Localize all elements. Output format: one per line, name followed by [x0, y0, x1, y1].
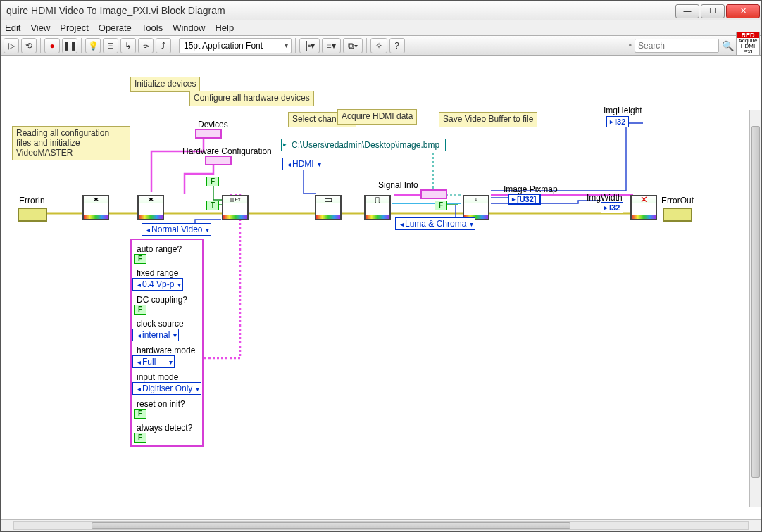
- subvi-close[interactable]: ✕: [630, 195, 657, 220]
- cluster-bool[interactable]: F: [134, 254, 146, 264]
- label-img-height: ImgHeight: [604, 106, 642, 115]
- context-help-button[interactable]: ?: [389, 38, 405, 53]
- step-into-button[interactable]: ↳: [120, 38, 136, 53]
- scrollbar-thumb-icon[interactable]: [92, 522, 570, 529]
- cleanup-button[interactable]: ✧: [370, 38, 387, 53]
- menu-window[interactable]: Window: [173, 23, 205, 33]
- menu-operate[interactable]: Operate: [99, 23, 132, 33]
- cluster-bool[interactable]: F: [134, 433, 146, 443]
- font-selector[interactable]: 15pt Application Font: [179, 38, 292, 53]
- subvi-select-channels[interactable]: ▭: [315, 195, 342, 220]
- ring-hdmi[interactable]: HDMI: [282, 158, 323, 170]
- cluster-ring[interactable]: 0.4 Vp-p: [132, 278, 183, 291]
- distribute-button[interactable]: ≡▾: [322, 38, 341, 53]
- titlebar: quire HDMI Video To Image_PXI.vi Block D…: [1, 1, 761, 20]
- cluster-ring[interactable]: Digitiser Only: [132, 382, 201, 395]
- menu-view[interactable]: View: [30, 23, 50, 33]
- label-hw-config: Hardware Configuration: [182, 147, 272, 156]
- control-devices[interactable]: [195, 129, 222, 139]
- search-glyph-icon: •: [628, 40, 632, 51]
- step-over-button[interactable]: ⤼: [138, 38, 154, 53]
- indicator-img-width[interactable]: I32: [601, 202, 623, 213]
- run-button[interactable]: ▷: [4, 38, 19, 53]
- control-hw-config[interactable]: [205, 156, 232, 165]
- abort-button[interactable]: ●: [44, 38, 60, 53]
- sep-icon: [366, 38, 367, 53]
- maximize-button[interactable]: ☐: [701, 4, 725, 18]
- block-diagram[interactable]: Reading all configuration files and init…: [1, 56, 761, 519]
- step-out-button[interactable]: ⤴: [156, 38, 171, 53]
- comment-save-buf: Save Video Buffer to file: [439, 112, 537, 127]
- label-error-out: ErrorOut: [661, 196, 694, 205]
- scrollbar-thumb-icon[interactable]: [751, 126, 760, 478]
- window-buttons: — ☐ ✕: [675, 3, 761, 18]
- minimize-button[interactable]: —: [675, 4, 699, 18]
- vertical-scrollbar[interactable]: [749, 110, 761, 507]
- menu-edit[interactable]: Edit: [5, 23, 20, 33]
- const-bool-t1[interactable]: T: [206, 201, 219, 210]
- search-icon[interactable]: 🔍: [722, 40, 734, 51]
- cluster-bool[interactable]: F: [134, 409, 146, 419]
- toolbar: ▷ ⟲ ● ❚❚ 💡 ⊟ ↳ ⤼ ⤴ 15pt Application Font…: [1, 36, 761, 56]
- subvi-init-devices[interactable]: ✶: [137, 195, 164, 220]
- menubar: Edit View Project Operate Tools Window H…: [1, 20, 761, 36]
- comment-config-hw: Configure all hardware devices: [189, 91, 314, 106]
- close-button[interactable]: ✕: [726, 4, 760, 18]
- label-image-pixmap: Image Pixmap: [504, 185, 558, 194]
- vi-icon-bot: HDMI PXI: [737, 44, 759, 55]
- sep-icon: [295, 38, 296, 53]
- indicator-signal-info[interactable]: [420, 189, 447, 199]
- search-input[interactable]: [635, 39, 719, 53]
- horizontal-scrollbar[interactable]: [1, 519, 761, 531]
- run-cont-button[interactable]: ⟲: [21, 38, 37, 53]
- terminal-error-in[interactable]: [18, 208, 47, 222]
- align-button[interactable]: ╠▾: [299, 38, 320, 53]
- comment-read-config: Reading all configuration files and init…: [12, 126, 130, 160]
- sep-icon: [81, 38, 82, 53]
- subvi-acquire-hdmi[interactable]: ⎍: [364, 195, 391, 220]
- cluster-hw-options[interactable]: auto range?Ffixed range0.4 Vp-pDC coupli…: [130, 239, 204, 447]
- label-devices: Devices: [198, 120, 228, 129]
- cluster-ring[interactable]: internal: [132, 329, 179, 341]
- sep-icon: [175, 38, 175, 53]
- cluster-bool[interactable]: F: [134, 305, 146, 315]
- vi-icon[interactable]: RED Acquire HDMI PXI: [736, 32, 760, 56]
- menu-project[interactable]: Project: [60, 23, 88, 33]
- reorder-button[interactable]: ⧉▾: [343, 38, 363, 53]
- pause-button[interactable]: ❚❚: [62, 38, 77, 53]
- ring-normal-video[interactable]: Normal Video: [142, 223, 211, 236]
- subvi-save-buffer[interactable]: ⤓: [463, 195, 489, 220]
- comment-acq-hdmi: Acquire HDMI data: [337, 109, 417, 125]
- comment-init-dev: Initialize devices: [130, 77, 200, 92]
- cluster-ring[interactable]: Full: [132, 355, 175, 368]
- label-signal-info: Signal Info: [378, 181, 418, 189]
- wires-layer: [1, 56, 761, 519]
- terminal-error-out[interactable]: [663, 208, 692, 222]
- subvi-configure-hw[interactable]: ▥Ex: [222, 195, 249, 220]
- menu-help[interactable]: Help: [215, 23, 234, 33]
- label-img-width: ImgWidth: [587, 194, 623, 202]
- font-label: 15pt Application Font: [184, 41, 263, 51]
- label-error-in: ErrorIn: [19, 196, 45, 205]
- retain-wire-button[interactable]: ⊟: [103, 38, 118, 53]
- window-root: quire HDMI Video To Image_PXI.vi Block D…: [0, 0, 762, 532]
- menu-tools[interactable]: Tools: [142, 23, 163, 33]
- indicator-img-height[interactable]: I32: [606, 116, 629, 127]
- ring-luma-chroma[interactable]: Luma & Chroma: [395, 217, 475, 230]
- const-path-string[interactable]: C:\Users\redadmin\Desktop\image.bmp: [281, 139, 446, 151]
- const-bool-f1[interactable]: F: [206, 177, 219, 186]
- window-title: quire HDMI Video To Image_PXI.vi Block D…: [1, 5, 225, 16]
- sep-icon: [40, 38, 41, 53]
- subvi-read-config[interactable]: ✶: [82, 195, 109, 220]
- highlight-exec-button[interactable]: 💡: [85, 38, 101, 53]
- indicator-image-pixmap[interactable]: [U32]: [508, 194, 541, 205]
- const-bool-f2[interactable]: F: [435, 201, 447, 210]
